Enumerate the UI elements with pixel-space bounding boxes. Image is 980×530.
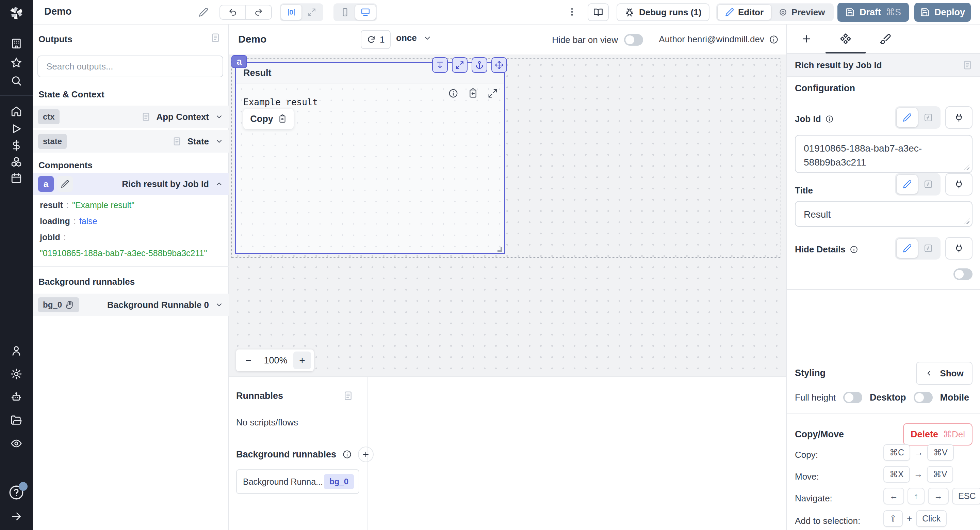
background-runnable-card[interactable]: Background Runna... bg_0: [236, 469, 360, 494]
settings-gear-icon[interactable]: [0, 364, 33, 383]
info-icon[interactable]: [448, 88, 458, 99]
expression-fx-mode[interactable]: [918, 175, 939, 194]
move-handle[interactable]: [492, 57, 507, 73]
job-id-value: 01910865-188a-bab7-a3ec-588b9ba3c211: [804, 143, 922, 168]
rich-result-component[interactable]: Result Example result Copy: [235, 62, 505, 254]
fullscreen-handle[interactable]: [452, 57, 468, 73]
hide-details-toggle[interactable]: [953, 268, 972, 280]
anchor-handle[interactable]: [472, 57, 487, 73]
plus-separator: +: [907, 513, 912, 524]
expression-fx-mode[interactable]: [918, 239, 939, 258]
folders-icon[interactable]: [0, 411, 33, 430]
job-id-input[interactable]: 01910865-188a-bab7-a3ec-588b9ba3c211: [795, 135, 972, 173]
job-id-label: Job Id: [795, 114, 821, 125]
add-selection-shortcut-label: Add to selection:: [795, 516, 860, 526]
favorites-star-icon[interactable]: [0, 53, 33, 72]
component-tag-badge[interactable]: a: [231, 55, 247, 68]
zoom-in-button[interactable]: +: [293, 351, 311, 369]
docs-book-button[interactable]: [588, 3, 609, 21]
info-icon[interactable]: [825, 115, 834, 123]
info-icon[interactable]: [769, 35, 778, 44]
json-loading-line[interactable]: loading:false: [40, 216, 97, 226]
static-pencil-mode[interactable]: [897, 239, 918, 258]
editor-tab[interactable]: Editor: [718, 5, 771, 20]
workers-bot-icon[interactable]: [0, 388, 33, 407]
hide-bar-toggle[interactable]: [624, 34, 643, 46]
json-jobid-value[interactable]: "01910865-188a-bab7-a3ec-588b9ba3c211": [40, 248, 207, 258]
help-icon[interactable]: [0, 483, 33, 502]
ctx-row[interactable]: ctx App Context: [33, 105, 229, 128]
info-icon[interactable]: [342, 450, 352, 459]
info-icon[interactable]: [850, 245, 858, 254]
static-pencil-mode[interactable]: [897, 175, 918, 194]
tab-styling-brush[interactable]: [875, 24, 896, 53]
expression-fx-mode[interactable]: [918, 108, 939, 127]
desktop-mobile-toggle[interactable]: [914, 392, 933, 403]
zoom-out-button[interactable]: −: [239, 354, 258, 366]
centered-layout-button[interactable]: [281, 5, 301, 20]
json-result-line[interactable]: result:"Example result": [40, 200, 134, 210]
hide-details-label: Hide Details: [795, 244, 846, 255]
tab-component-settings[interactable]: [835, 24, 856, 53]
home-icon[interactable]: [0, 102, 33, 121]
search-icon[interactable]: [0, 71, 33, 90]
full-height-toggle[interactable]: [843, 392, 862, 403]
layout-toggle-group: [280, 3, 323, 21]
state-row[interactable]: state State: [33, 130, 229, 153]
expand-icon[interactable]: [488, 88, 498, 99]
schedules-calendar-icon[interactable]: [0, 169, 33, 188]
refresh-button[interactable]: 1: [361, 30, 391, 49]
more-menu-icon[interactable]: [567, 7, 577, 18]
preview-tab[interactable]: Preview: [771, 5, 832, 20]
resize-grip-icon[interactable]: [964, 218, 969, 224]
component-resize-handle[interactable]: [498, 247, 502, 252]
styling-show-button[interactable]: Show: [916, 362, 972, 385]
draft-label: Draft: [859, 7, 881, 18]
static-pencil-mode[interactable]: [897, 108, 918, 127]
chevron-down-icon[interactable]: [215, 301, 223, 309]
redo-button[interactable]: [246, 8, 271, 17]
editor-preview-toggle: Editor Preview: [716, 3, 834, 21]
user-icon[interactable]: [0, 341, 33, 360]
add-background-runnable-button[interactable]: [358, 447, 374, 462]
undo-button[interactable]: [220, 8, 245, 17]
schedule-dropdown[interactable]: once: [396, 33, 432, 43]
copy-button[interactable]: Copy: [243, 109, 294, 129]
desktop-view-button[interactable]: [355, 5, 375, 20]
tab-insert-plus[interactable]: [796, 24, 817, 53]
resize-grip-icon[interactable]: [964, 164, 969, 170]
chevron-down-icon[interactable]: [215, 137, 223, 145]
audit-eye-icon[interactable]: [0, 434, 33, 453]
connect-plug-button[interactable]: [945, 173, 972, 196]
draft-button[interactable]: Draft ⌘S: [837, 3, 909, 22]
connect-plug-button[interactable]: [945, 106, 972, 129]
panel-doc-icon[interactable]: [343, 391, 353, 401]
fullwidth-layout-button[interactable]: [301, 5, 322, 20]
chevron-down-icon[interactable]: [215, 113, 223, 121]
delete-button[interactable]: Delete ⌘Del: [903, 423, 972, 445]
component-row-selected[interactable]: a Rich result by Job Id: [33, 173, 229, 195]
collapse-arrow-icon[interactable]: [0, 507, 33, 526]
connect-plug-button[interactable]: [945, 237, 972, 260]
panel-doc-icon[interactable]: [962, 60, 972, 70]
panel-doc-icon[interactable]: [210, 33, 221, 43]
zoom-level: 100%: [258, 355, 293, 366]
windmill-logo[interactable]: [0, 3, 33, 22]
debug-runs-button[interactable]: Debug runs (1): [617, 3, 710, 21]
deploy-button[interactable]: Deploy: [914, 3, 971, 22]
expand-down-handle[interactable]: [432, 57, 448, 73]
mobile-view-button[interactable]: [335, 5, 355, 20]
background-runnable-row[interactable]: bg_0 Background Runnable 0: [33, 294, 229, 316]
author-label: Author henri@windmill.dev: [659, 34, 764, 45]
rename-pencil-icon[interactable]: [57, 176, 73, 192]
clipboard-icon[interactable]: [468, 88, 478, 99]
search-outputs-input[interactable]: [37, 56, 223, 77]
chevron-up-icon[interactable]: [215, 180, 223, 188]
runnables-panel: Runnables No scripts/flows Background ru…: [229, 377, 786, 530]
app-canvas[interactable]: Result Example result Copy a: [229, 54, 786, 377]
workspace-icon[interactable]: [0, 34, 33, 53]
edit-title-pencil-icon[interactable]: [199, 8, 208, 17]
runs-play-icon[interactable]: [0, 119, 33, 138]
title-input[interactable]: Result: [795, 201, 972, 227]
json-jobid-line[interactable]: jobId:: [40, 232, 69, 242]
